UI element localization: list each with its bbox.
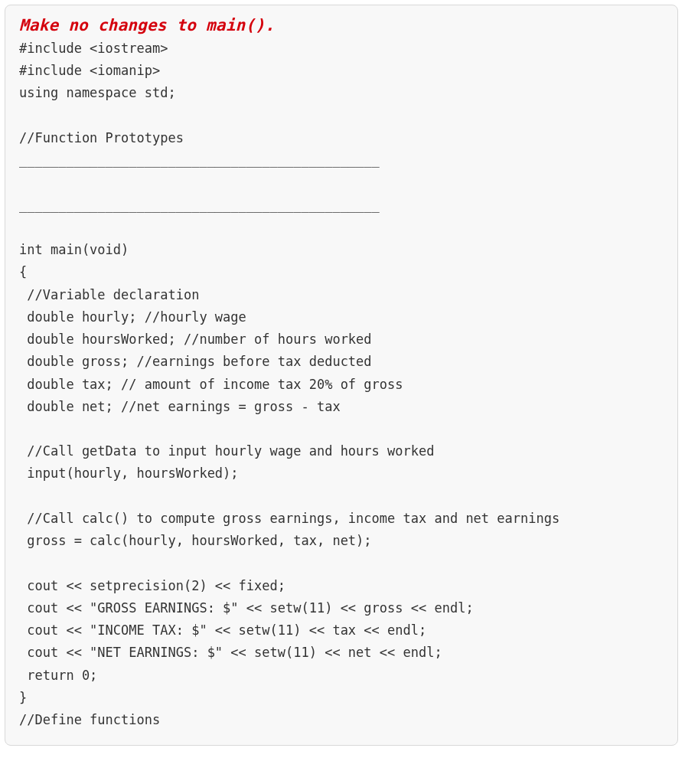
warning-directive: Make no changes to main(). [19, 16, 664, 34]
code-block: Make no changes to main(). #include <ios… [5, 5, 678, 746]
source-code: #include <iostream> #include <iomanip> u… [19, 38, 664, 731]
